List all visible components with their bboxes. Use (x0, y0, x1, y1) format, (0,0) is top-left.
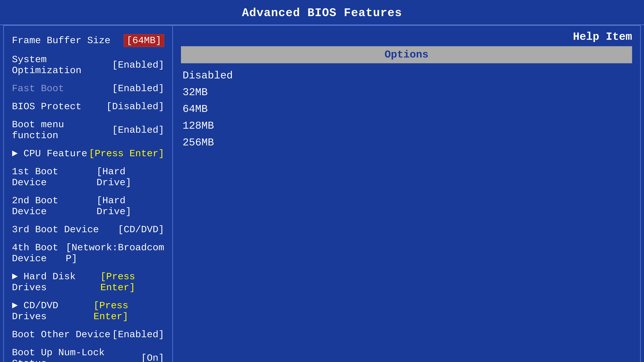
menu-row[interactable]: 1st Boot Device[Hard Drive] (10, 163, 166, 192)
menu-label: BIOS Protect (12, 101, 82, 112)
menu-row[interactable]: Boot menu function[Enabled] (10, 116, 166, 144)
menu-label: ► CD/DVD Drives (12, 300, 94, 322)
help-item-title: Help Item (181, 30, 632, 46)
menu-row[interactable]: 4th Boot Device[Network:Broadcom P] (10, 239, 166, 268)
option-item[interactable]: Disabled (182, 68, 632, 83)
menu-value: [Enabled] (112, 83, 164, 94)
menu-value: [Disabled] (106, 101, 164, 112)
menu-value: [Press Enter] (89, 148, 164, 159)
menu-value: [Hard Drive] (96, 166, 164, 188)
menu-row[interactable]: Boot Other Device[Enabled] (10, 326, 166, 344)
menu-row[interactable]: ► CPU Feature[Press Enter] (10, 144, 166, 163)
menu-label: ► CPU Feature (12, 148, 87, 159)
menu-value: [64MB] (124, 34, 164, 47)
menu-label: 1st Boot Device (12, 166, 96, 188)
menu-label: 2nd Boot Device (12, 195, 96, 217)
menu-label: ► Hard Disk Drives (12, 271, 100, 293)
menu-label: Boot Up Num-Lock Status (12, 347, 141, 362)
menu-value: [Enabled] (112, 329, 164, 340)
menu-row[interactable]: Boot Up Num-Lock Status[On] (10, 344, 166, 362)
option-item[interactable]: 128MB (182, 118, 632, 134)
bios-screen: Advanced BIOS Features Frame Buffer Size… (0, 0, 644, 362)
menu-row[interactable]: ► CD/DVD Drives[Press Enter] (10, 296, 166, 326)
menu-label: Boot Other Device (12, 329, 110, 340)
menu-row[interactable]: BIOS Protect[Disabled] (10, 98, 166, 116)
menu-row[interactable]: Frame Buffer Size[64MB] (10, 30, 166, 50)
option-item[interactable]: 64MB (182, 102, 632, 117)
option-item[interactable]: 32MB (182, 85, 632, 100)
menu-label: Boot menu function (12, 119, 112, 141)
main-content: Frame Buffer Size[64MB]System Optimizati… (3, 25, 641, 362)
right-panel: Help Item Options Disabled32MB64MB128MB2… (173, 26, 640, 362)
menu-value: [Hard Drive] (96, 195, 164, 217)
page-title: Advanced BIOS Features (0, 0, 644, 25)
menu-label: System Optimization (12, 54, 112, 76)
menu-label: 4th Boot Device (12, 242, 66, 264)
menu-value: [Enabled] (112, 60, 164, 70)
menu-value: [CD/DVD] (118, 224, 164, 235)
menu-row[interactable]: 3rd Boot Device[CD/DVD] (10, 220, 166, 239)
menu-label: Frame Buffer Size (12, 35, 110, 46)
option-item[interactable]: 256MB (182, 135, 632, 150)
menu-value: [Press Enter] (94, 300, 164, 322)
menu-label: Fast Boot (12, 83, 64, 94)
left-panel: Frame Buffer Size[64MB]System Optimizati… (4, 26, 173, 362)
options-header: Options (181, 46, 632, 63)
menu-value: [Enabled] (112, 125, 164, 136)
menu-value: [Network:Broadcom P] (66, 242, 164, 264)
menu-row[interactable]: 2nd Boot Device[Hard Drive] (10, 192, 166, 220)
menu-row[interactable]: System Optimization[Enabled] (10, 50, 166, 80)
menu-row[interactable]: ► Hard Disk Drives[Press Enter] (10, 268, 166, 296)
options-list: Disabled32MB64MB128MB256MB (181, 68, 632, 150)
menu-label: 3rd Boot Device (12, 224, 99, 235)
menu-value: [Press Enter] (100, 271, 164, 293)
menu-row[interactable]: Fast Boot[Enabled] (10, 80, 166, 98)
menu-value: [On] (141, 353, 164, 362)
